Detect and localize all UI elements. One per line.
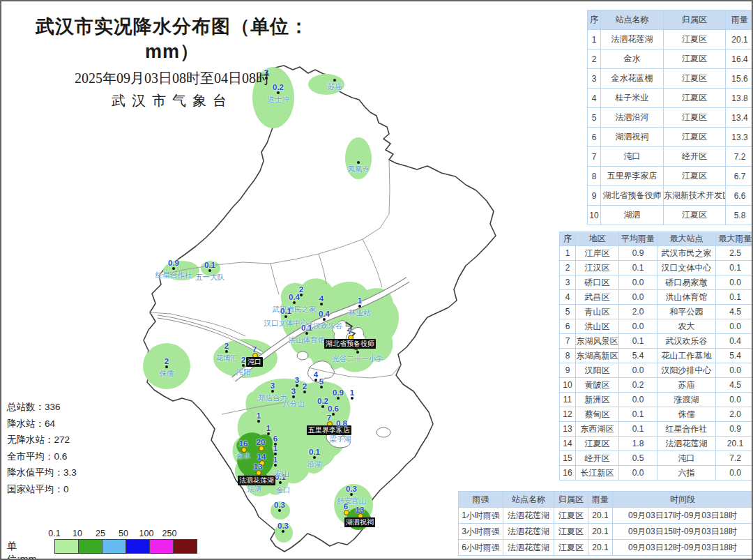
table-cell: 和平公园 (657, 305, 716, 319)
table-cell: 湖泗 (601, 206, 664, 225)
table-cell: 江夏区 (664, 108, 726, 128)
legend-swatch (54, 539, 79, 554)
column-header: 序 (560, 232, 576, 246)
station-statistics: 总站数：336降水站：64无降水站：272全市平均：0.6降水值平均：3.3国家… (7, 399, 77, 497)
legend-tick: 50 (119, 529, 128, 538)
table-row: 9湖北省预备役师东湖新技术开发区6.6 (588, 186, 753, 206)
table-cell: 20.1 (726, 30, 753, 50)
table-cell: 0.0 (619, 393, 657, 407)
table-cell: 0.0 (716, 275, 753, 290)
table-cell: 青山区 (576, 305, 619, 319)
table-cell: 湖泗祝祠 (601, 128, 664, 147)
table-cell: 09月03日12时-09月03日18时 (613, 540, 753, 556)
table-cell: 0.0 (619, 290, 657, 305)
table-cell: 法泗沿河 (601, 108, 664, 128)
column-header: 归属区 (554, 492, 588, 508)
table-row: 3小时雨强法泗花莲湖江夏区20.109月03日15时-09月03日18时 (459, 524, 753, 540)
column-header: 最大站点 (657, 232, 716, 246)
column-header: 站点名称 (601, 10, 664, 30)
table-cell: 武汉市民之家 (657, 246, 716, 261)
table-cell: 10 (588, 206, 601, 225)
table-row: 15经开区0.5沌口7.2 (560, 451, 753, 466)
table-cell: 12 (560, 407, 576, 422)
legend-swatch (150, 539, 174, 554)
table-cell: 花山工作基地 (657, 349, 716, 363)
table-cell: 江夏区 (664, 167, 726, 186)
table-cell: 0.0 (716, 393, 753, 407)
table-cell: 江夏区 (664, 89, 726, 108)
table-cell: 13 (560, 422, 576, 437)
table-cell: 6.7 (726, 167, 753, 186)
table-cell: 20.1 (716, 437, 753, 451)
table-cell: 东湖风景区 (576, 334, 619, 349)
table-cell: 红星合作社 (657, 422, 716, 437)
table-cell: 江夏区 (664, 69, 726, 89)
table-cell: 洪山区 (576, 319, 619, 334)
table-cell: 7 (588, 147, 601, 167)
table-row: 10黄陂区0.2苏庙4.5 (560, 378, 753, 393)
table-cell: 经开区 (576, 451, 619, 466)
table-cell: 硚口区 (576, 275, 619, 290)
table-cell: 09月03日15时-09月03日18时 (613, 524, 753, 540)
table-row: 12蔡甸区0.1侏儒2.0 (560, 407, 753, 422)
table-cell: 东湖高新区 (576, 349, 619, 363)
table-cell: 法泗花莲湖 (503, 508, 554, 524)
top-stations-table: 序站点名称归属区雨量1法泗花莲湖江夏区20.12金水江夏区16.43金水花蓝棚江… (587, 10, 753, 225)
table-cell: 16 (560, 466, 576, 480)
table-cell: 1 (588, 30, 601, 50)
column-header: 雨量 (726, 10, 753, 30)
table-cell: 0.1 (716, 261, 753, 275)
table-cell: 9 (588, 186, 601, 206)
table-row: 4武昌区0.0洪山体育馆0.1 (560, 290, 753, 305)
table-cell: 0.0 (619, 275, 657, 290)
stat-line: 国家站平均：0 (7, 481, 77, 498)
table-cell: 江夏区 (554, 524, 588, 540)
table-cell: 湖北省预备役师 (601, 186, 664, 206)
table-cell: 0.0 (619, 319, 657, 334)
table-row: 16长江新区0.0六指0.0 (560, 466, 753, 480)
column-header: 平均雨量 (619, 232, 657, 246)
table-cell: 江夏区 (664, 30, 726, 50)
table-cell: 14 (560, 437, 576, 451)
table-cell: 硚口易家墩 (657, 275, 716, 290)
weather-bulletin-canvas: 30.2道士冲苏庙凤凰寺0.9红星合作社0.1五一大队20.4武汉市民之家41林… (0, 0, 753, 560)
legend-tick: 25 (96, 529, 105, 538)
column-header: 站点名称 (503, 492, 554, 508)
table-cell: 江夏区 (576, 437, 619, 451)
agency-name: 武汉市气象台 (21, 91, 324, 110)
table-row: 6洪山区0.0农大0.0 (560, 319, 753, 334)
table-row: 8五里界李家店江夏区6.7 (588, 167, 753, 186)
table-cell: 1.8 (619, 437, 657, 451)
table-cell: 法泗花莲湖 (601, 30, 664, 50)
table-row: 7东湖风景区0.1武汉欢乐谷0.4 (560, 334, 753, 349)
table-cell: 蔡甸区 (576, 407, 619, 422)
table-row: 10湖泗江夏区5.8 (588, 206, 753, 225)
table-row: 8东湖高新区5.4花山工作基地5.4 (560, 349, 753, 363)
table-cell: 0.2 (619, 378, 657, 393)
table-row: 3金水花蓝棚江夏区15.6 (588, 69, 753, 89)
table-cell: 黄陂区 (576, 378, 619, 393)
table-cell: 0.1 (619, 261, 657, 275)
table-cell: 20.1 (588, 508, 613, 524)
table-cell: 16.4 (726, 50, 753, 69)
table-row: 2金水江夏区16.4 (588, 50, 753, 69)
table-row: 13东西湖区0.1红星合作社0.9 (560, 422, 753, 437)
column-header: 时间段 (613, 492, 753, 508)
table-cell: 六指 (657, 466, 716, 480)
table-row: 1法泗花莲湖江夏区20.1 (588, 30, 753, 50)
table-row: 5法泗沿河江夏区13.4 (588, 108, 753, 128)
table-cell: 东西湖区 (576, 422, 619, 437)
table-cell: 法泗花莲湖 (503, 540, 554, 556)
legend-tick: 250 (162, 529, 177, 538)
table-cell: 江夏区 (664, 206, 726, 225)
table-cell: 2 (588, 50, 601, 69)
stat-line: 总站数：336 (7, 399, 77, 416)
stat-line: 全市平均：0.6 (7, 448, 77, 465)
column-header: 最大雨量 (716, 232, 753, 246)
stat-line: 降水站：64 (7, 416, 77, 432)
table-cell: 3 (560, 275, 576, 290)
stat-line: 降水值平均：3.3 (7, 464, 77, 481)
table-cell: 0.1 (619, 334, 657, 349)
table-cell: 法泗花莲湖 (503, 524, 554, 540)
table-cell: 武汉欢乐谷 (657, 334, 716, 349)
